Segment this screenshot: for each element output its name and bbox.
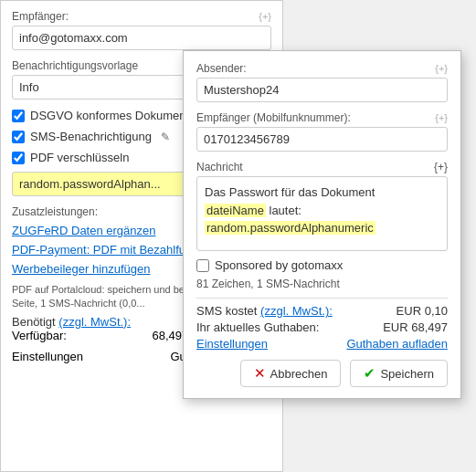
cancel-icon: ✕ — [254, 365, 266, 382]
sms-cost-amount: EUR 0,10 — [397, 304, 448, 318]
nachricht-middle: lautet: — [266, 204, 301, 217]
save-icon: ✔ — [364, 365, 376, 382]
nachricht-highlight1: dateiName — [205, 204, 266, 217]
absender-input[interactable] — [196, 78, 448, 102]
dialog-guthaben-aufladen-link[interactable]: Guthaben aufladen — [346, 337, 448, 351]
nachricht-label: Nachricht {+} — [196, 161, 448, 173]
divider — [196, 298, 448, 299]
sponsored-row: Sponsored by gotomaxx — [196, 258, 448, 272]
guthaben-value: 68,497 — [411, 320, 448, 334]
guthaben-label: Ihr aktuelles Guthaben: — [196, 320, 319, 334]
dsgvo-checkbox[interactable] — [12, 110, 25, 122]
save-label: Speichern — [380, 367, 434, 381]
sms-checkbox[interactable] — [12, 131, 25, 143]
nachricht-box[interactable]: Das Passwort für das Dokument dateiName … — [196, 176, 448, 251]
pdf-checkbox[interactable] — [12, 152, 25, 164]
absender-placeholder-icon: {+} — [435, 63, 448, 74]
mwst-link[interactable]: (zzgl. MwSt.): — [58, 315, 131, 329]
nachricht-highlight2: random.passwordAlphanumeric — [205, 221, 376, 235]
empfaenger-input[interactable] — [12, 26, 271, 50]
empfaenger-label: Empfänger: {+} — [12, 10, 271, 23]
dialog-buttons: ✕ Abbrechen ✔ Speichern — [196, 360, 448, 387]
dialog-empfaenger-input[interactable] — [196, 127, 448, 152]
cancel-button[interactable]: ✕ Abbrechen — [240, 360, 342, 387]
sms-dialog: Absender: {+} Empfänger (Mobilfunknummer… — [183, 50, 461, 399]
dialog-einstellungen-link[interactable]: Einstellungen — [196, 337, 268, 351]
sponsored-checkbox[interactable] — [196, 259, 209, 272]
verfuegbar-label: Verfügbar: — [12, 329, 67, 342]
guthaben-row: Ihr aktuelles Guthaben: EUR 68,497 — [196, 320, 448, 334]
dialog-empfaenger-label: Empfänger (Mobilfunknummer): {+} — [196, 111, 448, 124]
nachricht-text-line1: Das Passwort für das Dokument — [205, 185, 375, 199]
sms-cost-value: 0,10 — [425, 304, 448, 318]
sms-cost-label: SMS kostet (zzgl. MwSt.): — [196, 304, 333, 318]
nachricht-placeholder-icon: {+} — [434, 161, 448, 173]
empfaenger-icon: {+} — [259, 11, 271, 22]
guthaben-amount-value: EUR 68,497 — [383, 320, 448, 334]
dialog-absender-label: Absender: {+} — [196, 62, 448, 75]
dialog-empfaenger-placeholder-icon: {+} — [435, 112, 448, 123]
save-button[interactable]: ✔ Speichern — [350, 360, 448, 387]
sms-mwst-link[interactable]: (zzgl. MwSt.): — [260, 304, 333, 318]
dialog-einstellungen-row: Einstellungen Guthaben aufladen — [196, 337, 448, 351]
pdf-label: PDF verschlüsseln — [30, 151, 129, 164]
sponsored-label: Sponsored by gotomaxx — [215, 258, 343, 272]
sms-edit-icon[interactable]: ✎ — [161, 131, 170, 143]
sms-cost-row: SMS kostet (zzgl. MwSt.): EUR 0,10 — [196, 304, 448, 318]
benoetigt-label: Benötigt (zzgl. MwSt.): — [12, 315, 131, 329]
cancel-label: Abbrechen — [270, 367, 328, 381]
zeichen-info: 81 Zeichen, 1 SMS-Nachricht — [196, 278, 448, 290]
einstellungen-link[interactable]: Einstellungen — [12, 350, 83, 363]
dsgvo-label: DSGVO konformes Dokumen... — [30, 109, 196, 122]
sms-label: SMS-Benachrichtigung — [30, 130, 152, 143]
